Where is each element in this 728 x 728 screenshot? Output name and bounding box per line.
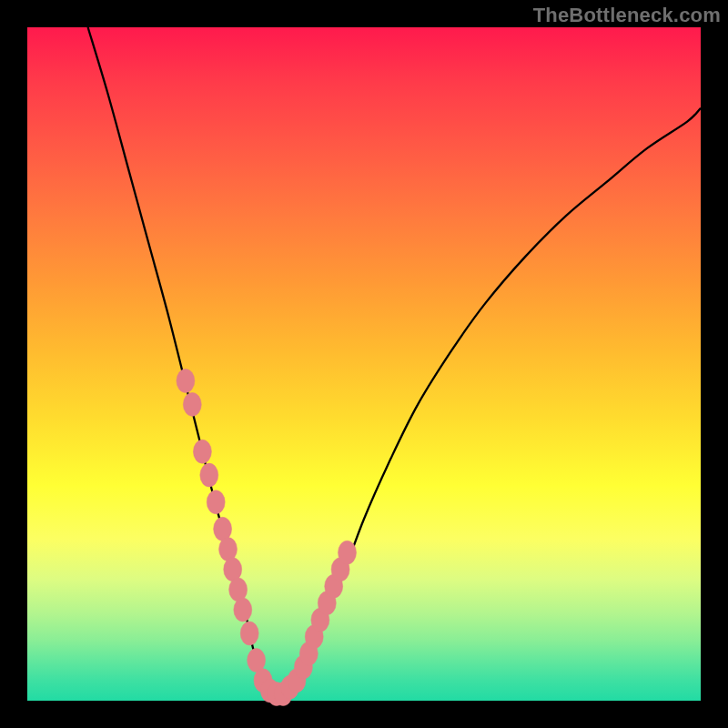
highlight-markers bbox=[177, 369, 357, 706]
highlight-marker bbox=[229, 578, 248, 602]
highlight-marker bbox=[219, 538, 238, 561]
highlight-marker bbox=[183, 392, 201, 416]
highlight-marker bbox=[240, 622, 258, 645]
highlight-marker bbox=[177, 369, 195, 393]
highlight-marker bbox=[339, 541, 357, 564]
highlight-marker bbox=[200, 463, 218, 487]
chart-svg bbox=[0, 0, 728, 728]
highlight-marker bbox=[193, 440, 211, 463]
bottleneck-curve bbox=[88, 27, 701, 695]
highlight-marker bbox=[234, 598, 252, 622]
highlight-marker bbox=[207, 490, 225, 514]
chart-frame: TheBottleneck.com bbox=[0, 0, 728, 728]
